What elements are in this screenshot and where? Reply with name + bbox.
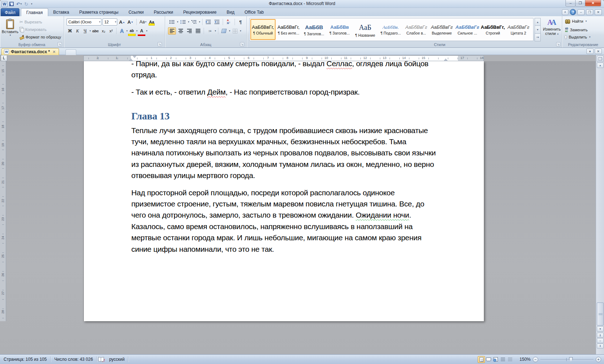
page-count-status[interactable]: Страница: 105 из 105 bbox=[0, 357, 50, 362]
minimize-button[interactable]: – bbox=[566, 0, 576, 6]
sort-button[interactable]: АЯ↓ bbox=[225, 18, 233, 26]
next-page-button[interactable]: ▼▼ bbox=[597, 343, 604, 349]
web-layout-view-button[interactable] bbox=[492, 356, 499, 363]
change-styles-button[interactable]: АА Изменить стили ▾ bbox=[542, 18, 561, 42]
language-status[interactable]: русский bbox=[105, 357, 128, 362]
line-spacing-button[interactable]: ↕≡ bbox=[206, 27, 214, 35]
change-case-button[interactable]: Аа▾ bbox=[139, 18, 147, 26]
format-painter-button[interactable]: Формат по образцу bbox=[19, 33, 63, 41]
style-item[interactable]: АаБ¶ Название bbox=[353, 19, 378, 40]
justify-button[interactable] bbox=[194, 27, 202, 35]
font-size-combo[interactable]: 12▾ bbox=[103, 18, 117, 26]
chevron-down-icon[interactable]: ▾ bbox=[126, 29, 128, 32]
numbering-button[interactable] bbox=[179, 18, 187, 26]
style-item[interactable]: АаБбВв.¶ Подзаго... bbox=[378, 19, 403, 40]
bold-button[interactable]: Ж bbox=[67, 27, 73, 35]
ribbon-tab-ссылки[interactable]: Ссылки bbox=[123, 8, 149, 16]
select-browse-object-button[interactable]: ○ bbox=[597, 338, 604, 343]
dialog-launcher-icon[interactable]: ↘ bbox=[556, 42, 560, 46]
style-item[interactable]: АаБбВвГг,¶ Обычный bbox=[250, 19, 276, 40]
ribbon-tab-главная[interactable]: Главная bbox=[21, 8, 48, 16]
shading-button[interactable] bbox=[220, 27, 228, 35]
ribbon-tab-рецензирование[interactable]: Рецензирование bbox=[178, 8, 222, 16]
minimize-ribbon-button[interactable]: ∧ bbox=[562, 9, 568, 15]
italic-button[interactable]: К bbox=[74, 27, 81, 35]
help-button[interactable]: ? bbox=[570, 9, 576, 15]
dialog-launcher-icon[interactable]: ↘ bbox=[240, 42, 244, 46]
draft-view-button[interactable] bbox=[507, 356, 514, 363]
select-button[interactable]: Выделить▾ bbox=[565, 35, 590, 39]
style-item[interactable]: АаБбВвГгЦитата 2 bbox=[506, 19, 531, 40]
align-center-button[interactable] bbox=[177, 27, 185, 35]
align-left-button[interactable] bbox=[168, 27, 176, 35]
style-item[interactable]: АаБбВ¶ Заголов... bbox=[301, 19, 327, 40]
font-name-combo[interactable]: Calibri (Осно▾ bbox=[67, 18, 101, 26]
close-tab-icon[interactable]: ✕ bbox=[53, 50, 56, 54]
font-color-button[interactable]: А bbox=[138, 27, 145, 35]
ruler-toggle-button[interactable] bbox=[597, 56, 604, 62]
zoom-slider[interactable] bbox=[540, 357, 594, 362]
clear-formatting-button[interactable]: Аа bbox=[148, 18, 155, 26]
style-item[interactable]: АаБбВв¶ Заголов... bbox=[327, 19, 352, 40]
chevron-down-icon[interactable]: ▾ bbox=[215, 29, 216, 32]
multilevel-list-button[interactable] bbox=[190, 18, 198, 26]
doc-minimize-button[interactable]: – bbox=[577, 9, 585, 15]
style-item[interactable]: АаБбВвГгСлабое в... bbox=[404, 19, 429, 40]
scroll-down-button[interactable]: ▼ bbox=[597, 326, 604, 332]
new-tab-stub[interactable] bbox=[65, 49, 76, 55]
doc-close-button[interactable]: ✕ bbox=[595, 9, 602, 15]
chevron-down-icon[interactable]: ▾ bbox=[240, 29, 241, 32]
gallery-more-button[interactable]: ≡▾ bbox=[535, 33, 541, 41]
find-button[interactable]: Найти▾ bbox=[565, 19, 587, 23]
decrease-indent-button[interactable] bbox=[204, 18, 212, 26]
strikethrough-button[interactable]: abc bbox=[92, 27, 100, 35]
style-item[interactable]: АаБбВвГг,Строгий bbox=[480, 19, 505, 40]
highlight-color-button[interactable]: ab bbox=[128, 27, 135, 35]
document-text[interactable]: - Парни, да вы как будто саму смерть пов… bbox=[131, 61, 436, 255]
tab-close-button[interactable]: ✕ bbox=[595, 49, 602, 54]
word-count-status[interactable]: Число слов: 43 026 bbox=[51, 357, 96, 362]
copy-button[interactable]: Копировать bbox=[19, 26, 63, 33]
zoom-in-button[interactable]: + bbox=[596, 357, 601, 362]
chevron-down-icon[interactable]: ▾ bbox=[90, 29, 91, 32]
increase-indent-button[interactable] bbox=[213, 18, 221, 26]
text-effects-button[interactable]: А bbox=[118, 27, 125, 35]
tab-stop-selector[interactable]: L bbox=[1, 55, 7, 61]
chevron-down-icon[interactable]: ▾ bbox=[146, 29, 147, 32]
dialog-launcher-icon[interactable]: ↘ bbox=[158, 42, 162, 46]
subscript-button[interactable]: x₂ bbox=[100, 27, 107, 35]
chevron-down-icon[interactable]: ▾ bbox=[188, 21, 190, 23]
gallery-scroll-up-button[interactable]: ▲ bbox=[535, 18, 541, 26]
close-button[interactable]: ✕ bbox=[585, 0, 601, 6]
align-right-button[interactable] bbox=[185, 27, 193, 35]
chevron-down-icon[interactable]: ▾ bbox=[229, 29, 231, 32]
spellcheck-icon[interactable]: ✗ bbox=[98, 357, 104, 361]
replace-button[interactable]: abacЗаменить bbox=[565, 27, 588, 32]
zoom-out-button[interactable]: − bbox=[533, 357, 538, 362]
underline-button[interactable]: Ч bbox=[82, 27, 88, 35]
horizontal-ruler[interactable]: 211234567891011121314151718 bbox=[83, 55, 484, 61]
ribbon-tab-рассылки[interactable]: Рассылки bbox=[149, 8, 178, 16]
right-indent-marker[interactable] bbox=[444, 59, 448, 61]
chevron-down-icon[interactable]: ▾ bbox=[199, 21, 200, 23]
grow-font-button[interactable]: А▲ bbox=[118, 18, 126, 26]
borders-button[interactable] bbox=[231, 27, 239, 35]
vertical-ruler[interactable]: 1516171819202122232425262728 bbox=[0, 61, 6, 321]
scroll-up-button[interactable]: ▲ bbox=[597, 63, 604, 68]
gallery-scroll-down-button[interactable]: ▼ bbox=[535, 26, 541, 33]
reading-view-button[interactable] bbox=[485, 356, 492, 363]
style-item[interactable]: АаБбВвГгСильное ... bbox=[455, 19, 480, 40]
document-page[interactable]: - Парни, да вы как будто саму смерть пов… bbox=[83, 61, 484, 321]
bullets-button[interactable] bbox=[168, 18, 176, 26]
first-line-indent-marker[interactable] bbox=[133, 56, 136, 58]
restore-button[interactable]: ❐ bbox=[575, 0, 585, 6]
scrollbar-thumb[interactable] bbox=[597, 302, 604, 326]
ribbon-tab-office-tab[interactable]: Office Tab bbox=[240, 8, 269, 16]
hanging-indent-marker[interactable] bbox=[129, 59, 133, 61]
document-tab[interactable]: W Фантастика.docx * ✕ bbox=[1, 48, 59, 55]
outline-view-button[interactable] bbox=[499, 356, 507, 363]
zoom-slider-thumb[interactable] bbox=[569, 357, 573, 362]
ribbon-tab-вид[interactable]: Вид bbox=[222, 8, 240, 16]
tab-file[interactable]: Файл bbox=[1, 8, 19, 16]
chevron-down-icon[interactable]: ▾ bbox=[177, 21, 178, 23]
